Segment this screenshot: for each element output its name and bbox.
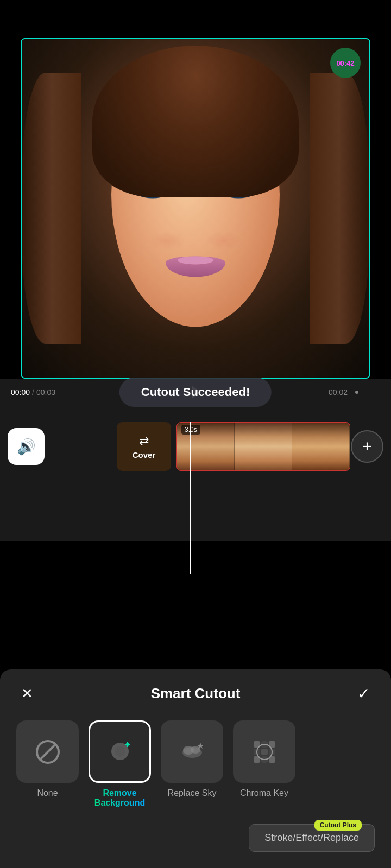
option-chroma-key-label: Chroma Key xyxy=(240,788,288,798)
top-bar xyxy=(0,0,391,38)
close-button[interactable]: ✕ xyxy=(16,682,38,704)
sheet-title: Smart Cutout xyxy=(151,685,241,702)
video-background xyxy=(22,39,369,378)
time-separator: / xyxy=(32,388,34,397)
timer-badge: 00:42 xyxy=(330,48,361,78)
option-remove-background-box[interactable] xyxy=(89,720,151,783)
right-time: 00:02 xyxy=(329,388,348,397)
remove-background-icon xyxy=(105,737,135,767)
blush-right xyxy=(205,231,243,250)
option-chroma-key-box[interactable] xyxy=(233,720,295,783)
playback-row[interactable]: 00:00 / 00:03 Cutout Succeeded! 00:02 xyxy=(0,379,391,406)
hair-top xyxy=(92,46,299,197)
cutout-plus-badge: Cutout Plus xyxy=(314,820,362,831)
toast-message: Cutout Succeeded! xyxy=(141,385,250,399)
hair-right xyxy=(310,73,369,344)
cover-thumbnail[interactable]: ⇄ Cover xyxy=(117,422,171,471)
empty-track-area xyxy=(0,476,391,541)
cover-label: Cover xyxy=(133,450,156,459)
sheet-header: ✕ Smart Cutout ✓ xyxy=(0,669,391,710)
stroke-effect-container: Cutout Plus Stroke/Effect/Replace xyxy=(249,824,375,852)
none-icon xyxy=(36,740,60,764)
time-right-display: 00:02 xyxy=(329,387,348,397)
svg-rect-13 xyxy=(261,749,268,755)
cover-arrows-icon: ⇄ xyxy=(139,434,149,448)
check-icon: ✓ xyxy=(357,685,370,703)
strip-frame-3 xyxy=(292,423,350,470)
playhead[interactable] xyxy=(190,422,191,574)
smart-cutout-panel: ✕ Smart Cutout ✓ None xyxy=(0,669,391,868)
bottom-action-bar: Cutout Plus Stroke/Effect/Replace xyxy=(0,819,391,852)
success-toast: Cutout Succeeded! xyxy=(119,378,272,407)
option-replace-sky-box[interactable] xyxy=(161,720,223,783)
timeline-area[interactable]: 🔊 ⇄ Cover 3.0s + xyxy=(0,406,391,476)
replace-sky-icon xyxy=(178,737,207,767)
svg-point-1 xyxy=(115,746,125,757)
lips xyxy=(166,256,225,277)
video-strip[interactable]: 3.0s xyxy=(176,422,350,471)
hair-left xyxy=(22,73,81,344)
confirm-button[interactable]: ✓ xyxy=(353,682,375,704)
prohibited-icon xyxy=(36,740,60,764)
total-time: 00:03 xyxy=(36,388,55,397)
chroma-key-icon xyxy=(251,738,278,765)
timer-value: 00:42 xyxy=(336,59,354,67)
current-time: 00:00 xyxy=(11,388,30,397)
close-icon: ✕ xyxy=(21,685,33,702)
option-remove-background[interactable]: RemoveBackground xyxy=(89,720,151,808)
strip-frame-2 xyxy=(235,423,292,470)
volume-icon: 🔊 xyxy=(17,438,36,456)
add-clip-button[interactable]: + xyxy=(351,430,383,463)
cutout-options-grid: None RemoveBackground xyxy=(0,710,391,819)
time-dot xyxy=(355,391,358,394)
blush-left xyxy=(148,231,186,250)
option-none[interactable]: None xyxy=(16,720,79,808)
option-remove-background-label: RemoveBackground xyxy=(94,788,145,808)
strip-frames xyxy=(177,423,350,470)
option-replace-sky[interactable]: Replace Sky xyxy=(161,720,223,808)
volume-button[interactable]: 🔊 xyxy=(8,428,45,465)
option-chroma-key[interactable]: Chroma Key xyxy=(233,720,295,808)
option-none-label: None xyxy=(37,788,58,798)
option-none-box[interactable] xyxy=(16,720,79,783)
time-left-display: 00:00 / 00:03 xyxy=(11,388,55,397)
option-replace-sky-label: Replace Sky xyxy=(168,788,217,798)
video-preview: 00:42 xyxy=(21,38,370,379)
add-icon: + xyxy=(362,438,372,455)
